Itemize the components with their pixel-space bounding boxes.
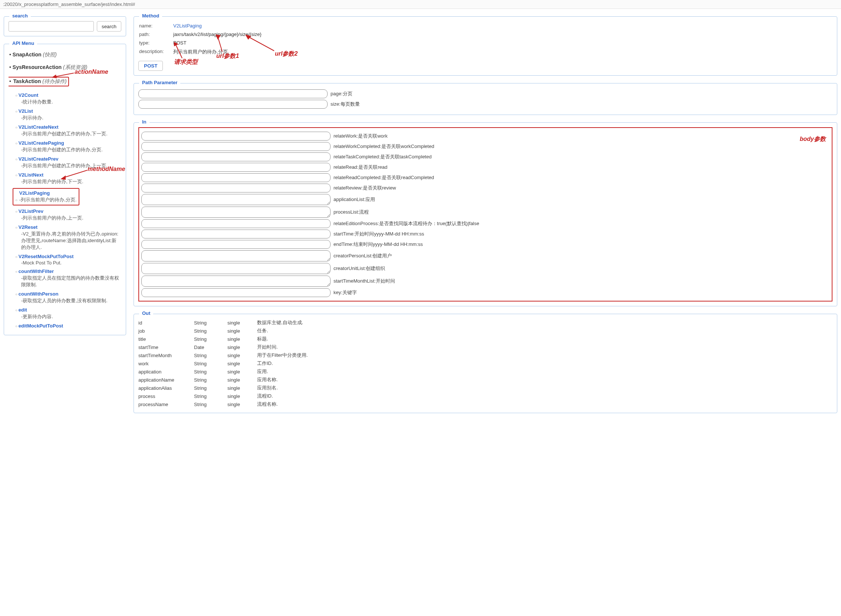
out-row: processStringsingle流程ID. xyxy=(138,392,832,400)
method-name-link[interactable]: V2List xyxy=(19,108,33,114)
search-input[interactable] xyxy=(9,21,94,32)
in-param-row: startTimeMonthList:开始时间 xyxy=(141,276,829,287)
api-method-item[interactable]: edit-更新待办内容. xyxy=(21,307,120,320)
api-method-item[interactable]: V2List-列示待办. xyxy=(21,108,120,121)
in-param-input[interactable] xyxy=(141,219,330,228)
in-param-input[interactable] xyxy=(141,250,330,261)
out-field: applicationAlias xyxy=(138,384,194,392)
api-method-item[interactable]: countWithPerson-获取指定人员的待办数量,没有权限限制. xyxy=(21,291,120,304)
in-param-input[interactable] xyxy=(141,288,330,297)
out-card: single xyxy=(227,359,257,368)
in-param-label: relateReadCompleted:是否关联readCompleted xyxy=(333,174,434,181)
method-desc: -列示当前用户的待办,下一页. xyxy=(21,178,120,185)
out-row: jobStringsingle任务. xyxy=(138,327,832,335)
out-field: processName xyxy=(138,400,194,408)
api-method-item[interactable]: V2ListCreatePaging-列示当前用户创建的工作的待办,分页. xyxy=(21,140,120,153)
method-name-link[interactable]: V2ListPaging xyxy=(173,23,202,29)
in-param-input[interactable] xyxy=(141,183,330,192)
api-action-item[interactable]: SnapAction(快照) xyxy=(15,51,120,58)
in-param-input[interactable] xyxy=(141,207,330,218)
method-desc: -Mock Post To Put. xyxy=(21,260,120,265)
method-name-link[interactable]: V2Count xyxy=(19,92,38,98)
in-param-row: relateEditionProcess:是否查找同版本流程待办：true(默认… xyxy=(141,219,829,228)
in-param-input[interactable] xyxy=(141,153,330,161)
api-method-item[interactable]: V2ListCreateNext-列示当前用户创建的工作的待办,下一页. xyxy=(21,124,120,137)
in-param-label: relateReview:是否关联review xyxy=(333,185,396,191)
out-desc: 标题. xyxy=(257,335,832,343)
method-name-link[interactable]: V2ListPrev xyxy=(19,208,43,214)
api-method-item[interactable]: V2Count-统计待办数量. xyxy=(21,92,120,105)
method-desc-value: 列示当前用户的待办,分页. xyxy=(173,47,261,56)
out-row: applicationAliasStringsingle应用别名. xyxy=(138,384,832,392)
in-param-input[interactable] xyxy=(141,240,330,249)
out-card: single xyxy=(227,368,257,376)
out-type: String xyxy=(194,327,227,335)
api-method-item[interactable]: V2Reset-V2_重置待办,将之前的待办转为已办,opinion:办理意见,… xyxy=(21,224,120,251)
in-param-input[interactable] xyxy=(141,163,330,172)
api-action-item[interactable]: TaskAction(待办操作) xyxy=(15,77,120,87)
api-method-item[interactable]: V2ListPrev-列示当前用户的待办,上一页. xyxy=(21,208,120,221)
method-name-link[interactable]: V2ListCreatePrev xyxy=(19,156,59,162)
api-method-item[interactable]: V2ResetMockPutToPost-Mock Post To Put. xyxy=(21,254,120,265)
method-panel: Method name: V2ListPaging path: jaxrs/ta… xyxy=(134,16,837,76)
in-param-input[interactable] xyxy=(141,194,330,205)
api-method-item[interactable]: V2ListCreatePrev-列示当前用户创建的工作的待办,上一页. xyxy=(21,156,120,169)
in-param-row: relateReview:是否关联review xyxy=(141,183,829,192)
action-desc: (系统资源) xyxy=(63,64,87,70)
in-param-row: relateRead:是否关联read xyxy=(141,163,829,172)
action-name: SnapAction xyxy=(13,51,41,57)
api-method-item[interactable]: V2ListPaging-列示当前用户的待办,分页. xyxy=(21,188,120,205)
api-method-item[interactable]: editMockPutToPost-Mock Post To Put. xyxy=(21,323,120,330)
in-param-input[interactable] xyxy=(141,276,330,287)
method-name-link[interactable]: V2ListCreateNext xyxy=(19,124,59,130)
out-desc: 工作ID. xyxy=(257,359,832,368)
in-param-input[interactable] xyxy=(141,230,330,239)
path-param-label: size:每页数量 xyxy=(330,101,360,107)
out-legend: Out xyxy=(139,310,153,316)
method-desc: -获取指定人员的待办数量,没有权限限制. xyxy=(21,298,120,304)
method-name-link[interactable]: V2ListPaging xyxy=(19,190,50,196)
out-row: idStringsingle数据库主键,自动生成. xyxy=(138,318,832,327)
search-legend: search xyxy=(9,13,31,19)
path-param-input[interactable] xyxy=(138,100,327,109)
method-desc: -更新待办内容. xyxy=(21,313,120,320)
in-param-row: endTime:结束时间yyyy-MM-dd HH:mm:ss xyxy=(141,240,829,249)
in-param-label: relateEditionProcess:是否查找同版本流程待办：true(默认… xyxy=(333,220,479,227)
method-name-link[interactable]: V2ListCreatePaging xyxy=(19,140,64,146)
out-desc: 应用. xyxy=(257,368,832,376)
path-parameter-legend: Path Parameter xyxy=(139,80,180,85)
method-desc: -列示当前用户的待办,分页. xyxy=(19,197,77,203)
api-action-item[interactable]: SysResourceAction(系统资源) xyxy=(15,64,120,71)
out-card: single xyxy=(227,376,257,384)
in-param-input[interactable] xyxy=(141,132,330,141)
out-field: application xyxy=(138,368,194,376)
out-row: workStringsingle工作ID. xyxy=(138,359,832,368)
in-param-input[interactable] xyxy=(141,142,330,151)
method-name-link[interactable]: editMockPutToPost xyxy=(19,323,63,329)
method-name-link[interactable]: countWithPerson xyxy=(19,291,59,297)
action-desc: (快照) xyxy=(43,51,57,57)
in-param-input[interactable] xyxy=(141,173,330,182)
search-button[interactable]: search xyxy=(97,21,121,32)
method-name-link[interactable]: V2ListNext xyxy=(19,172,43,177)
api-menu-panel: API Menu actionName methodName SnapActio… xyxy=(4,44,126,335)
api-menu-scroll[interactable]: SnapAction(快照)SysResourceAction(系统资源)Tas… xyxy=(9,48,121,330)
out-panel: Out idStringsingle数据库主键,自动生成.jobStringsi… xyxy=(134,314,837,413)
out-desc: 数据库主键,自动生成. xyxy=(257,318,832,327)
in-param-label: relateRead:是否关联read xyxy=(333,164,387,171)
method-name-link[interactable]: countWithFilter xyxy=(19,268,54,274)
method-legend: Method xyxy=(139,13,162,19)
method-name-link[interactable]: V2ResetMockPutToPost xyxy=(19,254,74,259)
path-param-row: page:分页 xyxy=(138,89,832,98)
post-button[interactable]: POST xyxy=(138,61,163,71)
method-desc: -列示当前用户创建的工作的待办,分页. xyxy=(21,147,120,153)
path-param-input[interactable] xyxy=(138,89,327,98)
in-param-input[interactable] xyxy=(141,263,330,274)
method-name-link[interactable]: edit xyxy=(19,307,27,312)
api-method-item[interactable]: V2ListNext-列示当前用户的待办,下一页. xyxy=(21,172,120,185)
in-param-row: processList:流程 xyxy=(141,207,829,218)
method-name-link[interactable]: V2Reset xyxy=(19,224,37,230)
api-method-item[interactable]: countWithFilter-获取指定人员在指定范围内的待办数量没有权限限制. xyxy=(21,268,120,288)
annotation-url-param2: url参数2 xyxy=(275,50,298,58)
out-card: single xyxy=(227,384,257,392)
